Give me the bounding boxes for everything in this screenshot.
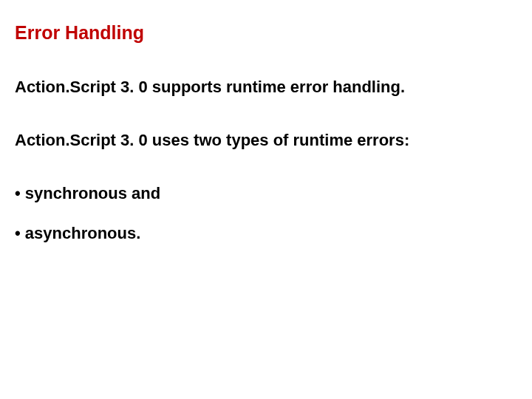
bullet-item-2: • asynchronous. bbox=[15, 224, 517, 243]
bullet-text: synchronous and bbox=[25, 184, 160, 202]
body-paragraph-1: Action.Script 3. 0 supports runtime erro… bbox=[15, 78, 517, 97]
body-paragraph-2: Action.Script 3. 0 uses two types of run… bbox=[15, 131, 517, 150]
bullet-marker: • bbox=[15, 224, 25, 242]
slide-title: Error Handling bbox=[15, 22, 517, 44]
bullet-item-1: • synchronous and bbox=[15, 184, 517, 203]
bullet-marker: • bbox=[15, 184, 25, 202]
bullet-text: asynchronous. bbox=[25, 224, 140, 242]
